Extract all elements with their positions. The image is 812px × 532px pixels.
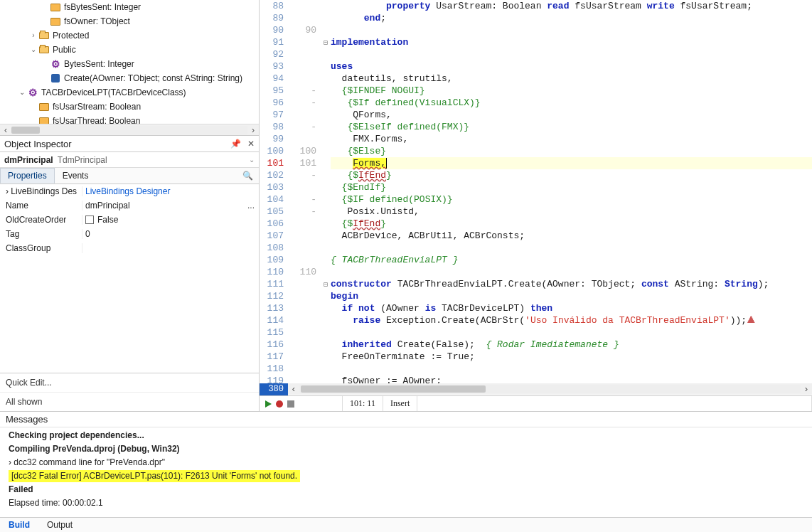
- message-row[interactable]: Checking project dependencies...: [0, 429, 812, 442]
- line-number-gutter: 8889909192939495969798991001011021031041…: [260, 0, 288, 383]
- property-grid[interactable]: › LiveBindings DesLiveBindings Designer …: [0, 184, 259, 255]
- fold-icon[interactable]: [321, 73, 331, 85]
- fold-icon[interactable]: [321, 60, 331, 73]
- fold-icon[interactable]: [321, 326, 331, 339]
- object-inspector-title: Object Inspector: [4, 139, 72, 149]
- tree-hscrollbar[interactable]: ‹ ›: [0, 124, 259, 135]
- component-name: dmPrincipal: [4, 155, 53, 165]
- fold-icon[interactable]: ⊟: [321, 278, 331, 290]
- fold-icon[interactable]: [321, 48, 331, 60]
- tab-properties[interactable]: Properties: [0, 168, 55, 183]
- tab-build[interactable]: Build: [0, 518, 38, 532]
- close-icon[interactable]: ✕: [247, 139, 255, 149]
- field-icon: [50, 1, 61, 13]
- ellipsis-button[interactable]: ...: [247, 201, 255, 211]
- property-row[interactable]: ClassGroup: [0, 241, 259, 255]
- fold-icon[interactable]: [321, 339, 331, 351]
- message-row[interactable]: Compiling PreVenda.dproj (Debug, Win32): [0, 442, 812, 456]
- scroll-left-icon[interactable]: ‹: [0, 125, 11, 135]
- object-inspector-header: Object Inspector 📌 ✕: [0, 135, 259, 152]
- search-icon[interactable]: 🔍: [237, 171, 259, 181]
- tree-item[interactable]: fsBytesSent: Integer: [0, 0, 259, 14]
- scroll-right-icon[interactable]: ›: [247, 125, 259, 135]
- message-row[interactable]: Failed: [0, 483, 812, 496]
- pin-icon[interactable]: 📌: [230, 139, 241, 149]
- fold-icon[interactable]: [321, 0, 331, 12]
- fold-icon[interactable]: [321, 169, 331, 181]
- structure-tree[interactable]: fsBytesSent: IntegerfsOwner: TObject›Pro…: [0, 0, 259, 128]
- tab-output[interactable]: Output: [38, 518, 81, 532]
- scroll-right-icon[interactable]: ›: [801, 384, 812, 395]
- expand-icon[interactable]: ⌄: [17, 85, 27, 100]
- tree-item[interactable]: Create(AOwner: TObject; const AString: S…: [0, 71, 259, 85]
- fold-icon[interactable]: [321, 363, 331, 375]
- editor-hscrollbar[interactable]: ‹ ›: [288, 383, 812, 395]
- fold-icon[interactable]: [321, 109, 331, 121]
- property-name: ClassGroup: [0, 243, 82, 253]
- macro-stop-icon[interactable]: [287, 400, 294, 408]
- property-value[interactable]: dmPrincipal...: [82, 201, 259, 211]
- fold-icon[interactable]: [321, 157, 331, 169]
- tree-item[interactable]: ⌄⚙TACBrDeviceLPT(TACBrDeviceClass): [0, 85, 259, 100]
- fold-icon[interactable]: [321, 375, 331, 383]
- messages-list[interactable]: Checking project dependencies...Compilin…: [0, 427, 812, 517]
- scroll-thumb[interactable]: [11, 127, 40, 134]
- fold-icon[interactable]: [321, 193, 331, 206]
- property-value[interactable]: LiveBindings Designer: [82, 186, 259, 196]
- fold-icon[interactable]: [321, 85, 331, 97]
- expand-icon[interactable]: ›: [28, 28, 38, 43]
- fold-icon[interactable]: [321, 302, 331, 314]
- fold-icon[interactable]: [321, 12, 331, 24]
- scroll-thumb[interactable]: [301, 385, 486, 393]
- code-content[interactable]: property UsarStream: Boolean read fsUsar…: [331, 0, 812, 383]
- tree-item[interactable]: ⌄Public: [0, 43, 259, 57]
- fold-icon[interactable]: [321, 230, 331, 242]
- tree-item[interactable]: ⚙BytesSent: Integer: [0, 57, 259, 71]
- message-row[interactable]: Elapsed time: 00:00:02.1: [0, 496, 812, 510]
- checkbox-icon[interactable]: [85, 216, 94, 224]
- property-value[interactable]: False: [82, 215, 259, 225]
- property-row[interactable]: › LiveBindings DesLiveBindings Designer: [0, 184, 259, 198]
- field-icon: [38, 101, 50, 112]
- tree-item[interactable]: fsUsarStream: Boolean: [0, 100, 259, 114]
- component-selector[interactable]: dmPrincipal TdmPrincipal ⌄: [0, 152, 259, 168]
- fold-icon[interactable]: [321, 145, 331, 157]
- fold-icon[interactable]: [321, 290, 331, 302]
- quick-edit-link[interactable]: Quick Edit...: [0, 373, 259, 392]
- tree-item-label: BytesSent: Integer: [64, 57, 134, 71]
- property-name: OldCreateOrder: [0, 215, 82, 225]
- macro-play-icon[interactable]: [265, 400, 272, 408]
- sync-gutter: 90---100101---110: [288, 0, 321, 383]
- total-lines-badge: 380: [260, 383, 288, 395]
- fold-icon[interactable]: [321, 181, 331, 193]
- tab-events[interactable]: Events: [55, 168, 97, 183]
- property-value[interactable]: 0: [82, 229, 259, 239]
- fold-icon[interactable]: [321, 266, 331, 278]
- scroll-left-icon[interactable]: ‹: [288, 384, 299, 395]
- tree-item-label: Create(AOwner: TObject; const AString: S…: [64, 71, 242, 85]
- fold-icon[interactable]: [321, 24, 331, 36]
- tree-item[interactable]: fsOwner: TObject: [0, 14, 259, 28]
- fold-icon[interactable]: [321, 121, 331, 133]
- fold-icon[interactable]: [321, 314, 331, 326]
- fold-icon[interactable]: ⊟: [321, 36, 331, 48]
- structure-tree-panel: fsBytesSent: IntegerfsOwner: TObject›Pro…: [0, 0, 259, 135]
- property-row[interactable]: OldCreateOrderFalse: [0, 213, 259, 227]
- message-row[interactable]: › dcc32 command line for "PreVenda.dpr": [0, 456, 812, 469]
- property-row[interactable]: NamedmPrincipal...: [0, 198, 259, 213]
- tree-item[interactable]: ›Protected: [0, 28, 259, 43]
- property-name: Tag: [0, 229, 82, 239]
- fold-icon[interactable]: [321, 351, 331, 363]
- expand-icon[interactable]: ⌄: [28, 43, 38, 57]
- fold-icon[interactable]: [321, 242, 331, 254]
- fold-icon[interactable]: [321, 218, 331, 230]
- fold-icon[interactable]: [321, 133, 331, 145]
- message-row[interactable]: [dcc32 Fatal Error] ACBrDeviceLPT.pas(10…: [9, 470, 300, 482]
- property-row[interactable]: Tag0: [0, 227, 259, 241]
- fold-icon[interactable]: [321, 206, 331, 218]
- fold-icon[interactable]: [321, 254, 331, 266]
- fold-icon[interactable]: [321, 97, 331, 109]
- macro-record-icon[interactable]: [276, 400, 283, 408]
- fold-gutter[interactable]: ⊟⊟: [321, 0, 331, 383]
- code-editor[interactable]: 8889909192939495969798991001011021031041…: [260, 0, 812, 411]
